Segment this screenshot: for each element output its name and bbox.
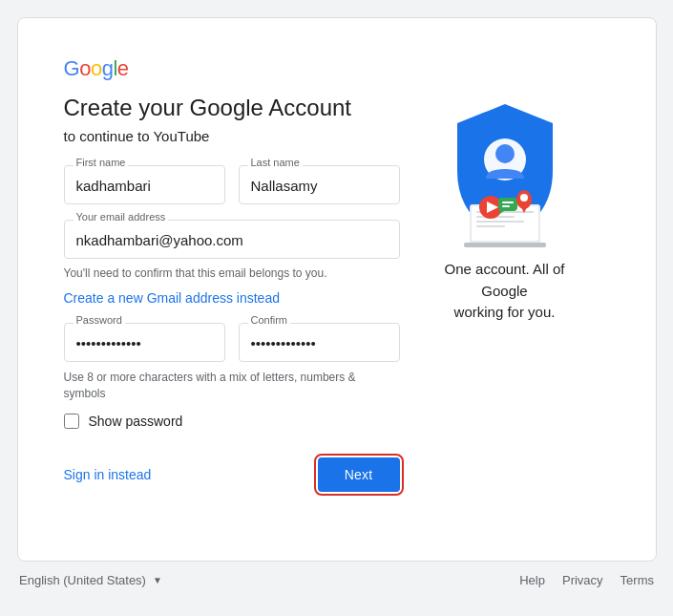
help-link[interactable]: Help: [519, 573, 545, 587]
email-row: Your email address: [64, 220, 400, 259]
show-password-label[interactable]: Show password: [89, 414, 183, 429]
email-note: You'll need to confirm that this email b…: [64, 266, 400, 280]
password-label: Password: [74, 314, 125, 326]
svg-rect-7: [476, 225, 505, 227]
footer-language[interactable]: English (United States) ▼: [19, 573, 162, 587]
google-logo: Google: [64, 56, 400, 81]
next-button[interactable]: Next: [318, 457, 400, 492]
first-name-group: First name: [64, 165, 225, 204]
confirm-group: Confirm: [239, 323, 400, 362]
password-hint: Use 8 or more characters with a mix of l…: [64, 370, 400, 402]
last-name-label: Last name: [248, 157, 303, 168]
privacy-link[interactable]: Privacy: [562, 573, 603, 587]
language-label: English (United States): [19, 573, 146, 587]
last-name-group: Last name: [239, 165, 400, 204]
password-group: Password: [64, 323, 225, 362]
logo-letter-o2: o: [91, 56, 102, 81]
actions-row: Sign in instead Next: [64, 457, 400, 492]
svg-rect-11: [498, 198, 517, 211]
signup-card: Google Create your Google Account to con…: [17, 17, 657, 562]
shield-illustration: [443, 95, 567, 247]
confirm-label: Confirm: [248, 314, 291, 326]
last-name-input[interactable]: [239, 165, 400, 204]
name-row: First name Last name: [64, 165, 400, 204]
logo-letter-o1: o: [79, 56, 91, 81]
svg-rect-13: [502, 202, 514, 203]
footer: English (United States) ▼ Help Privacy T…: [0, 562, 673, 599]
create-gmail-link[interactable]: Create a new Gmail address instead: [64, 290, 280, 306]
first-name-input[interactable]: [64, 165, 225, 204]
show-password-row: Show password: [64, 414, 400, 429]
first-name-label: First name: [74, 157, 129, 168]
svg-point-1: [495, 144, 515, 163]
password-input[interactable]: [64, 323, 225, 362]
svg-rect-14: [502, 205, 510, 207]
page-subtitle: to continue to YouTube: [64, 128, 400, 144]
svg-rect-8: [464, 243, 546, 247]
illustration-column: One account. All of Google working for y…: [400, 56, 610, 492]
terms-link[interactable]: Terms: [620, 573, 654, 587]
show-password-checkbox[interactable]: [64, 414, 79, 429]
svg-rect-6: [476, 221, 524, 223]
form-column: Google Create your Google Account to con…: [64, 56, 400, 492]
footer-links: Help Privacy Terms: [519, 573, 654, 587]
confirm-input[interactable]: [239, 323, 400, 362]
logo-letter-g2: g: [102, 56, 114, 81]
illustration: One account. All of Google working for y…: [424, 95, 586, 324]
page-title: Create your Google Account: [64, 93, 400, 122]
email-label: Your email address: [74, 211, 169, 223]
language-dropdown-arrow: ▼: [153, 575, 162, 585]
illustration-caption: One account. All of Google working for y…: [424, 259, 586, 324]
password-row: Password Confirm: [64, 323, 400, 362]
logo-letter-g: G: [64, 56, 80, 81]
svg-point-16: [520, 194, 528, 202]
sign-in-link[interactable]: Sign in instead: [64, 467, 152, 482]
email-input[interactable]: [64, 220, 400, 259]
logo-letter-e: e: [117, 56, 129, 81]
email-group: Your email address: [64, 220, 400, 259]
